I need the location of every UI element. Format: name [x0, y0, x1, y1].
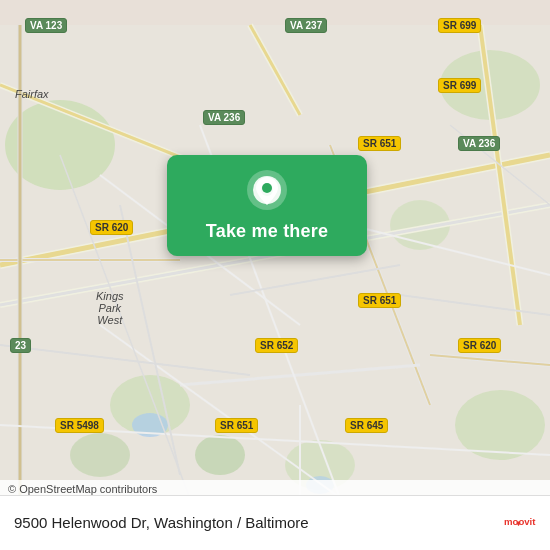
location-pin-icon [246, 169, 288, 211]
badge-va236-right: VA 236 [458, 136, 500, 151]
svg-point-8 [70, 433, 130, 477]
map-container: VA 123 VA 237 SR 699 SR 699 SR 651 VA 23… [0, 0, 550, 550]
badge-r23: 23 [10, 338, 31, 353]
badge-sr5498: SR 5498 [55, 418, 104, 433]
badge-sr699-top: SR 699 [438, 18, 481, 33]
svg-point-45 [262, 183, 272, 193]
badge-sr651-bottom: SR 651 [215, 418, 258, 433]
badge-va123: VA 123 [25, 18, 67, 33]
svg-point-7 [195, 435, 245, 475]
badge-sr620-left: SR 620 [90, 220, 133, 235]
label-fairfax: Fairfax [15, 88, 49, 100]
label-kings-park-west: Kings Park West [96, 290, 124, 326]
badge-sr651-1: SR 651 [358, 136, 401, 151]
badge-sr652: SR 652 [255, 338, 298, 353]
svg-point-6 [455, 390, 545, 460]
moovit-logo: moovit [504, 506, 536, 538]
badge-va236: VA 236 [203, 110, 245, 125]
svg-text:moovit: moovit [504, 516, 536, 527]
badge-sr620-right: SR 620 [458, 338, 501, 353]
badge-sr699-mid: SR 699 [438, 78, 481, 93]
address-text: 9500 Helenwood Dr, Washington / Baltimor… [14, 514, 309, 531]
popup-card: Take me there [167, 155, 367, 256]
badge-sr645: SR 645 [345, 418, 388, 433]
badge-va237: VA 237 [285, 18, 327, 33]
info-bar: 9500 Helenwood Dr, Washington / Baltimor… [0, 495, 550, 550]
take-me-there-button[interactable]: Take me there [206, 221, 328, 242]
badge-sr651-2: SR 651 [358, 293, 401, 308]
